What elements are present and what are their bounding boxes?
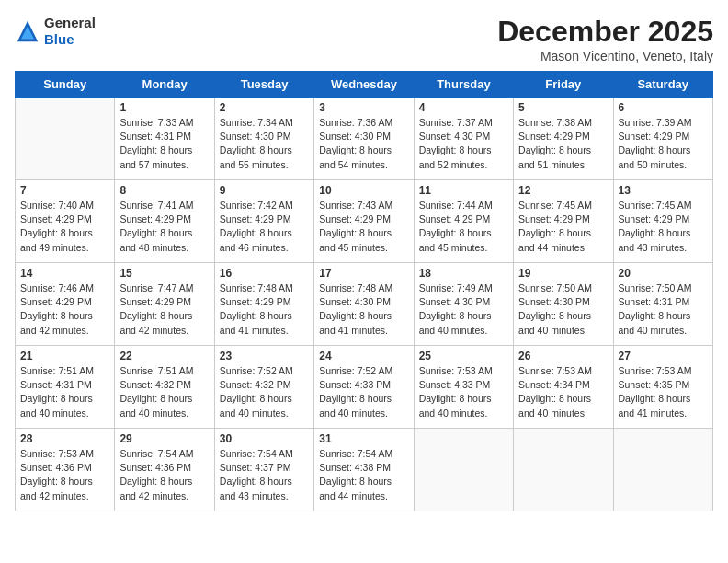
calendar-cell: 3Sunrise: 7:36 AMSunset: 4:30 PMDaylight… (314, 98, 414, 180)
calendar-cell: 7Sunrise: 7:40 AMSunset: 4:29 PMDaylight… (16, 180, 115, 263)
day-number: 14 (20, 267, 109, 280)
cell-info: Sunrise: 7:34 AMSunset: 4:30 PMDaylight:… (220, 116, 309, 172)
cell-info: Sunrise: 7:43 AMSunset: 4:29 PMDaylight:… (319, 199, 408, 255)
day-number: 25 (419, 350, 508, 362)
cell-info: Sunrise: 7:52 AMSunset: 4:33 PMDaylight:… (319, 364, 408, 420)
calendar-cell: 18Sunrise: 7:49 AMSunset: 4:30 PMDayligh… (414, 263, 513, 346)
logo-icon (15, 18, 40, 44)
day-number: 21 (20, 350, 109, 362)
cell-info: Sunrise: 7:53 AMSunset: 4:34 PMDaylight:… (518, 364, 608, 420)
calendar-week-row: 7Sunrise: 7:40 AMSunset: 4:29 PMDaylight… (16, 180, 713, 263)
weekday-header-tuesday: Tuesday (214, 72, 313, 98)
cell-info: Sunrise: 7:41 AMSunset: 4:29 PMDaylight:… (119, 199, 209, 255)
cell-info: Sunrise: 7:53 AMSunset: 4:33 PMDaylight:… (419, 364, 508, 420)
day-number: 28 (20, 432, 109, 445)
calendar-cell: 17Sunrise: 7:48 AMSunset: 4:30 PMDayligh… (314, 263, 414, 346)
calendar-cell: 22Sunrise: 7:51 AMSunset: 4:32 PMDayligh… (115, 346, 214, 429)
cell-info: Sunrise: 7:52 AMSunset: 4:32 PMDaylight:… (220, 364, 309, 420)
calendar-cell: 1Sunrise: 7:33 AMSunset: 4:31 PMDaylight… (115, 98, 214, 180)
day-number: 31 (319, 432, 408, 445)
day-number: 6 (619, 101, 708, 114)
cell-info: Sunrise: 7:38 AMSunset: 4:29 PMDaylight:… (518, 116, 608, 172)
calendar-cell: 25Sunrise: 7:53 AMSunset: 4:33 PMDayligh… (414, 346, 513, 429)
cell-info: Sunrise: 7:45 AMSunset: 4:29 PMDaylight:… (619, 199, 708, 255)
day-number: 30 (220, 432, 309, 445)
calendar-cell (613, 429, 712, 511)
logo-text: General Blue (44, 15, 96, 48)
day-number: 29 (119, 432, 209, 445)
cell-info: Sunrise: 7:49 AMSunset: 4:30 PMDaylight:… (419, 282, 508, 338)
day-number: 11 (419, 184, 508, 197)
cell-info: Sunrise: 7:54 AMSunset: 4:38 PMDaylight:… (319, 447, 408, 503)
weekday-header-thursday: Thursday (414, 72, 513, 98)
calendar-cell (514, 429, 613, 511)
calendar-table: SundayMondayTuesdayWednesdayThursdayFrid… (15, 71, 713, 511)
calendar-cell: 21Sunrise: 7:51 AMSunset: 4:31 PMDayligh… (16, 346, 115, 429)
calendar-cell: 15Sunrise: 7:47 AMSunset: 4:29 PMDayligh… (115, 263, 214, 346)
day-number: 15 (119, 267, 209, 280)
cell-info: Sunrise: 7:45 AMSunset: 4:29 PMDaylight:… (518, 199, 608, 255)
cell-info: Sunrise: 7:37 AMSunset: 4:30 PMDaylight:… (419, 116, 508, 172)
day-number: 18 (419, 267, 508, 280)
calendar-cell: 19Sunrise: 7:50 AMSunset: 4:30 PMDayligh… (514, 263, 613, 346)
day-number: 10 (319, 184, 408, 197)
calendar-cell: 6Sunrise: 7:39 AMSunset: 4:29 PMDaylight… (613, 98, 712, 180)
calendar-cell: 9Sunrise: 7:42 AMSunset: 4:29 PMDaylight… (214, 180, 313, 263)
day-number: 26 (518, 350, 608, 362)
cell-info: Sunrise: 7:51 AMSunset: 4:32 PMDaylight:… (119, 364, 209, 420)
calendar-cell: 11Sunrise: 7:44 AMSunset: 4:29 PMDayligh… (414, 180, 513, 263)
day-number: 4 (419, 101, 508, 114)
calendar-cell: 30Sunrise: 7:54 AMSunset: 4:37 PMDayligh… (214, 429, 313, 511)
calendar-cell: 13Sunrise: 7:45 AMSunset: 4:29 PMDayligh… (613, 180, 712, 263)
calendar-cell (16, 98, 115, 180)
month-year-title: December 2025 (497, 15, 713, 49)
day-number: 17 (319, 267, 408, 280)
logo: General Blue (15, 15, 96, 48)
day-number: 2 (220, 101, 309, 114)
day-number: 16 (220, 267, 309, 280)
calendar-week-row: 21Sunrise: 7:51 AMSunset: 4:31 PMDayligh… (16, 346, 713, 429)
page-header: General Blue December 2025 Mason Vicenti… (15, 15, 713, 63)
weekday-header-monday: Monday (115, 72, 214, 98)
cell-info: Sunrise: 7:54 AMSunset: 4:37 PMDaylight:… (220, 447, 309, 503)
cell-info: Sunrise: 7:51 AMSunset: 4:31 PMDaylight:… (20, 364, 109, 420)
calendar-cell: 16Sunrise: 7:48 AMSunset: 4:29 PMDayligh… (214, 263, 313, 346)
weekday-header-friday: Friday (514, 72, 613, 98)
calendar-week-row: 1Sunrise: 7:33 AMSunset: 4:31 PMDaylight… (16, 98, 713, 180)
day-number: 24 (319, 350, 408, 362)
cell-info: Sunrise: 7:39 AMSunset: 4:29 PMDaylight:… (619, 116, 708, 172)
calendar-cell: 29Sunrise: 7:54 AMSunset: 4:36 PMDayligh… (115, 429, 214, 511)
day-number: 7 (20, 184, 109, 197)
day-number: 19 (518, 267, 608, 280)
weekday-header-row: SundayMondayTuesdayWednesdayThursdayFrid… (16, 72, 713, 98)
calendar-cell: 5Sunrise: 7:38 AMSunset: 4:29 PMDaylight… (514, 98, 613, 180)
day-number: 5 (518, 101, 608, 114)
calendar-cell: 23Sunrise: 7:52 AMSunset: 4:32 PMDayligh… (214, 346, 313, 429)
weekday-header-wednesday: Wednesday (314, 72, 414, 98)
cell-info: Sunrise: 7:48 AMSunset: 4:29 PMDaylight:… (220, 282, 309, 338)
cell-info: Sunrise: 7:47 AMSunset: 4:29 PMDaylight:… (119, 282, 209, 338)
day-number: 3 (319, 101, 408, 114)
title-block: December 2025 Mason Vicentino, Veneto, I… (497, 15, 713, 63)
cell-info: Sunrise: 7:42 AMSunset: 4:29 PMDaylight:… (220, 199, 309, 255)
calendar-week-row: 28Sunrise: 7:53 AMSunset: 4:36 PMDayligh… (16, 429, 713, 511)
day-number: 13 (619, 184, 708, 197)
calendar-cell: 31Sunrise: 7:54 AMSunset: 4:38 PMDayligh… (314, 429, 414, 511)
cell-info: Sunrise: 7:44 AMSunset: 4:29 PMDaylight:… (419, 199, 508, 255)
calendar-cell: 10Sunrise: 7:43 AMSunset: 4:29 PMDayligh… (314, 180, 414, 263)
calendar-cell: 2Sunrise: 7:34 AMSunset: 4:30 PMDaylight… (214, 98, 313, 180)
calendar-cell: 12Sunrise: 7:45 AMSunset: 4:29 PMDayligh… (514, 180, 613, 263)
cell-info: Sunrise: 7:40 AMSunset: 4:29 PMDaylight:… (20, 199, 109, 255)
calendar-cell: 28Sunrise: 7:53 AMSunset: 4:36 PMDayligh… (16, 429, 115, 511)
calendar-cell: 20Sunrise: 7:50 AMSunset: 4:31 PMDayligh… (613, 263, 712, 346)
day-number: 27 (619, 350, 708, 362)
cell-info: Sunrise: 7:54 AMSunset: 4:36 PMDaylight:… (119, 447, 209, 503)
cell-info: Sunrise: 7:48 AMSunset: 4:30 PMDaylight:… (319, 282, 408, 338)
calendar-cell: 14Sunrise: 7:46 AMSunset: 4:29 PMDayligh… (16, 263, 115, 346)
calendar-cell: 26Sunrise: 7:53 AMSunset: 4:34 PMDayligh… (514, 346, 613, 429)
day-number: 22 (119, 350, 209, 362)
day-number: 9 (220, 184, 309, 197)
cell-info: Sunrise: 7:53 AMSunset: 4:36 PMDaylight:… (20, 447, 109, 503)
calendar-cell: 4Sunrise: 7:37 AMSunset: 4:30 PMDaylight… (414, 98, 513, 180)
day-number: 12 (518, 184, 608, 197)
